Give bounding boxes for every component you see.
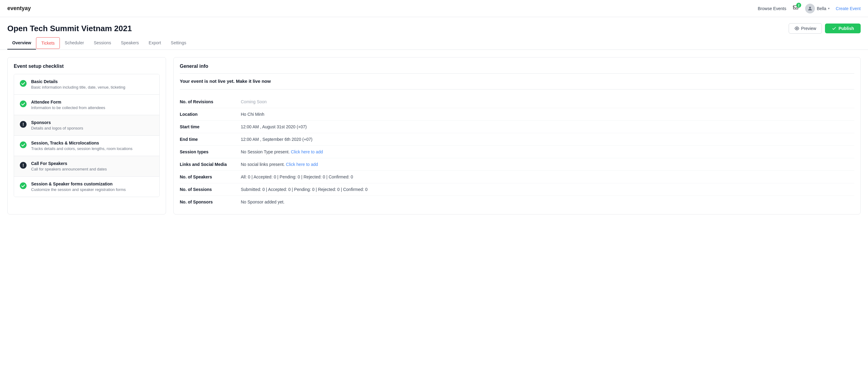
check-green-icon	[20, 100, 27, 108]
tab-sessions[interactable]: Sessions	[89, 37, 116, 50]
warn-icon: !	[20, 121, 27, 128]
publish-button[interactable]: Publish	[825, 24, 861, 33]
tab-scheduler[interactable]: Scheduler	[60, 37, 89, 50]
checklist-item-title: Attendee Form	[31, 99, 154, 105]
info-row-label: Session types	[180, 149, 241, 154]
page-header: Open Tech Summit Vietnam 2021 Preview Pu…	[0, 17, 868, 37]
checklist-item[interactable]: Session & Speaker forms customizationCus…	[14, 177, 159, 197]
tab-overview[interactable]: Overview	[7, 37, 36, 50]
header-right: Browse Events 2 Bella ▾ Create Event	[758, 4, 861, 13]
svg-point-9	[20, 182, 27, 189]
info-row-link[interactable]: Click here to add	[291, 149, 323, 154]
info-row-label: End time	[180, 137, 241, 142]
checklist-item[interactable]: Session, Tracks & MicrolocationsTracks d…	[14, 136, 159, 156]
checklist-item[interactable]: Attendee FormInformation to be collected…	[14, 95, 159, 115]
info-row-label: Location	[180, 112, 241, 117]
notif-badge: 2	[796, 3, 801, 8]
info-row: No. of SessionsSubmitted: 0 | Accepted: …	[180, 183, 854, 196]
checklist-item-desc: Customize the session and speaker regist…	[31, 187, 154, 192]
svg-point-0	[809, 7, 811, 8]
info-row-label: No. of Sponsors	[180, 200, 241, 204]
checklist-item-desc: Information to be collected from attende…	[31, 106, 154, 110]
notifications-button[interactable]: 2	[792, 5, 799, 12]
info-row: Start time12:00 AM , August 31st 2020 (+…	[180, 121, 854, 133]
checklist-panel: Event setup checklist Basic DetailsBasic…	[7, 57, 166, 214]
check-green-icon	[20, 141, 27, 148]
info-row: No. of SponsorsNo Sponsor added yet.	[180, 196, 854, 208]
main-content: Event setup checklist Basic DetailsBasic…	[0, 50, 868, 222]
info-table: No. of RevisionsComing SoonLocationHo Ch…	[180, 96, 854, 208]
publish-label: Publish	[838, 26, 854, 31]
info-row-value: 12:00 AM , August 31st 2020 (+07)	[241, 124, 854, 129]
svg-point-1	[796, 28, 798, 29]
checklist-item[interactable]: Basic DetailsBasic information including…	[14, 74, 159, 95]
svg-point-3	[20, 100, 27, 107]
svg-point-6	[20, 141, 27, 148]
info-row-value: Coming Soon	[241, 99, 854, 104]
info-row: LocationHo Chi Minh	[180, 108, 854, 121]
svg-text:!: !	[23, 163, 24, 168]
info-row: End time12:00 AM , September 6th 2020 (+…	[180, 133, 854, 146]
tabs-nav: Overview Tickets Scheduler Sessions Spea…	[0, 37, 868, 50]
info-row-value: No Sponsor added yet.	[241, 200, 854, 204]
info-row-value: Submitted: 0 | Accepted: 0 | Pending: 0 …	[241, 187, 854, 192]
checklist-item-desc: Basic information including title, date,…	[31, 85, 154, 89]
info-row-value: 12:00 AM , September 6th 2020 (+07)	[241, 137, 854, 142]
create-event-link[interactable]: Create Event	[836, 6, 861, 11]
warn-icon: !	[20, 162, 27, 169]
info-row-label: No. of Revisions	[180, 99, 241, 104]
header-actions: Preview Publish	[789, 23, 861, 34]
checklist-item-desc: Tracks details and colors, session lengt…	[31, 146, 154, 151]
checklist-list: Basic DetailsBasic information including…	[14, 74, 160, 197]
info-row-label: Start time	[180, 124, 241, 129]
user-menu[interactable]: Bella ▾	[805, 4, 830, 13]
event-title: Open Tech Summit Vietnam 2021	[7, 24, 132, 33]
app-logo: eventyay	[7, 5, 31, 11]
checklist-item[interactable]: !Call For SpeakersCall for speakers anno…	[14, 156, 159, 177]
checklist-item[interactable]: !SponsorsDetails and logos of sponsors	[14, 115, 159, 136]
user-name: Bella	[817, 6, 826, 11]
preview-button[interactable]: Preview	[789, 23, 822, 34]
tab-tickets[interactable]: Tickets	[36, 37, 60, 49]
info-row: Links and Social MediaNo social links pr…	[180, 158, 854, 171]
info-row-label: No. of Sessions	[180, 187, 241, 192]
info-row-value: Ho Chi Minh	[241, 112, 854, 117]
chevron-down-icon: ▾	[828, 7, 830, 10]
info-row-value: All: 0 | Accepted: 0 | Pending: 0 | Reje…	[241, 174, 854, 179]
browse-events-link[interactable]: Browse Events	[758, 6, 786, 11]
check-green-icon	[20, 80, 27, 87]
svg-point-2	[20, 80, 27, 87]
tab-settings[interactable]: Settings	[166, 37, 191, 50]
info-row: No. of RevisionsComing Soon	[180, 96, 854, 108]
checklist-item-desc: Details and logos of sponsors	[31, 126, 154, 130]
checklist-item-title: Sponsors	[31, 120, 154, 125]
tab-speakers[interactable]: Speakers	[116, 37, 144, 50]
checklist-item-title: Session, Tracks & Microlocations	[31, 141, 154, 145]
checklist-item-desc: Call for speakers announcement and dates	[31, 167, 154, 171]
general-info-title: General info	[180, 63, 854, 74]
avatar	[805, 4, 815, 13]
preview-label: Preview	[801, 26, 816, 31]
tab-export[interactable]: Export	[144, 37, 166, 50]
info-row-label: No. of Speakers	[180, 174, 241, 179]
info-row-link[interactable]: Click here to add	[286, 162, 318, 167]
header: eventyay Browse Events 2 Bella ▾ Create …	[0, 0, 868, 17]
eye-icon	[795, 26, 799, 31]
info-row: Session typesNo Session Type present. Cl…	[180, 146, 854, 158]
checklist-item-title: Basic Details	[31, 79, 154, 84]
info-row-value: No Session Type present. Click here to a…	[241, 149, 854, 154]
info-row: No. of SpeakersAll: 0 | Accepted: 0 | Pe…	[180, 171, 854, 183]
checklist-item-title: Call For Speakers	[31, 161, 154, 166]
checklist-title: Event setup checklist	[14, 63, 160, 69]
info-row-label: Links and Social Media	[180, 162, 241, 167]
info-row-value: No social links present. Click here to a…	[241, 162, 854, 167]
not-live-banner: Your event is not live yet. Make it live…	[180, 79, 854, 89]
svg-text:!: !	[23, 122, 24, 127]
checklist-item-title: Session & Speaker forms customization	[31, 181, 154, 186]
general-info-panel: General info Your event is not live yet.…	[173, 57, 861, 214]
check-icon	[832, 26, 837, 31]
check-green-icon	[20, 182, 27, 190]
